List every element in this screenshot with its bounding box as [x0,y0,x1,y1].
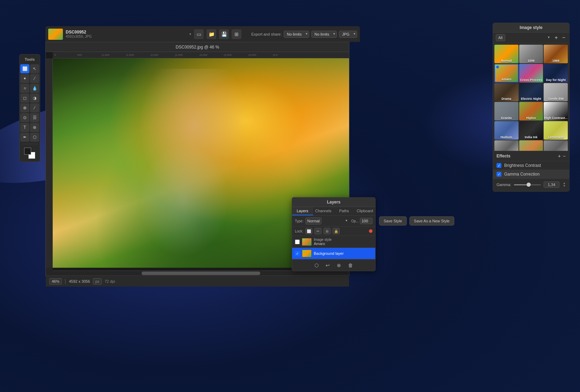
save-style-buttons: Save Style Save As a New Style [379,216,454,225]
no-limits-dropdown-2[interactable]: No limits [311,31,337,38]
pen-tool[interactable]: ∕ [30,103,39,112]
style-item-drama[interactable]: Drama [494,83,519,102]
monitor-icon[interactable]: ▭ [194,29,204,39]
tab-channels[interactable]: Channels [313,207,334,215]
style-remove-button[interactable]: − [561,35,566,41]
scrollbar-horizontal[interactable] [53,271,349,275]
color-swatches[interactable] [24,148,35,159]
ruler-mark-2500: |2,500 [175,53,183,57]
format-dropdown[interactable]: JPG [339,31,357,38]
gamma-correction-check[interactable]: ✓ [496,172,501,177]
dropper-tool[interactable]: 💧 [30,84,39,93]
file-dropdown-arrow[interactable]: ▾ [189,32,191,36]
tab-clipboard[interactable]: Clipboard [355,207,376,215]
magic-wand-tool[interactable]: ✦ [20,74,29,83]
dimension-unit[interactable]: px [93,278,102,284]
style-item-hiplov[interactable]: Hiplov [519,102,543,120]
fill-tool[interactable]: ◑ [30,94,39,103]
style-item-india-ink[interactable]: India Ink [519,121,543,140]
gamma-slider-track[interactable] [514,184,541,185]
duplicate-layer-icon[interactable]: ⊕ [335,262,342,269]
style-item-granite[interactable]: Granite [494,102,519,120]
shape-tool[interactable]: ⬡ [30,133,39,142]
style-item-amaro[interactable]: Amaro [494,64,519,82]
delete-layer-icon[interactable]: 🗑 [347,262,354,269]
style-add-button[interactable]: + [553,35,559,41]
crop-tool[interactable]: ⌗ [20,84,29,93]
layer-type-controls: Type: Normal Op... [292,216,375,227]
brightness-contrast-effect: ✓ Brightness Contrast [493,161,569,170]
layer-type-select[interactable]: Normal [305,217,321,224]
clone-tool[interactable]: ⊕ [20,103,29,112]
brightness-contrast-check[interactable]: ✓ [496,163,501,168]
tab-layers[interactable]: Layers [292,207,313,215]
gamma-arrow-down[interactable]: ▼ [563,185,566,187]
layer-item-image-style[interactable]: Image style Amaro [292,236,375,248]
ruler-mark-2000: |2,000 [151,53,158,57]
layer-visibility-image-style[interactable] [295,239,300,244]
scrollbar-thumb[interactable] [142,272,260,275]
eraser-tool[interactable]: ◻ [20,94,29,103]
layer-item-background[interactable]: ✓ Background layer [292,248,375,259]
lock-paint-icon[interactable]: ✏ [314,228,321,234]
style-panel-toolbar: All + − [493,32,569,43]
effects-add-button[interactable]: + [558,153,561,159]
share-icon[interactable]: ⊞ [232,29,241,39]
folder-icon[interactable]: 📁 [206,29,216,39]
particles-tool[interactable]: ⊛ [30,123,39,132]
new-layer-group-icon[interactable]: ⬡ [313,262,320,269]
zoom-value[interactable]: 46% [49,278,62,284]
format-select[interactable]: JPG [339,31,357,38]
tab-paths[interactable]: Paths [334,207,355,215]
gamma-value[interactable]: 1,34 [544,182,559,188]
style-filter-dropdown[interactable]: All [496,34,551,41]
style-item-cross-process[interactable]: Cross Process [519,64,543,82]
canvas-corner [46,268,53,275]
foreground-color[interactable] [24,148,31,155]
gamma-slider-knob[interactable] [527,183,531,187]
style-label-india-ink: India Ink [519,135,543,139]
hand-tool[interactable]: ☰ [30,113,39,122]
rotate-layer-icon[interactable]: ↩ [324,262,331,269]
layer-name-line2: Amaro [314,242,332,246]
layer-name-image-style: Image style Amaro [314,238,332,246]
no-limits-dropdown-1[interactable]: No limits [284,31,309,38]
style-item-high-contrast[interactable]: High Contrast... [544,102,568,120]
style-label-1969: 1969 [544,59,568,62]
style-label-gentle-bw: Gentle BW [544,97,568,101]
style-item-normal[interactable]: Normal [494,45,519,63]
layer-thumb-image-style [302,238,312,246]
layers-title: Layers [327,200,341,205]
top-bar: DSC00952 4592x3056, JPG ▾ ▭ 📁 💾 ⊞ Export… [45,26,360,42]
style-item-1006[interactable]: 1006 [519,45,543,63]
vector-pen-tool[interactable]: ✒ [20,133,29,142]
lock-pixels-icon[interactable]: ⬜ [305,228,312,234]
no-limits-select-2[interactable]: No limits [311,31,337,38]
style-item-lemonade[interactable]: Lemonade [544,121,568,140]
style-item-hudson[interactable]: Hudson [494,121,519,140]
style-item-gentle-bw[interactable]: Gentle BW [544,83,568,102]
tool-row-5: ⊕ ∕ [20,103,39,112]
brush-tool[interactable]: ∕ [30,74,39,83]
style-item-electric-night[interactable]: Electric Night [519,83,543,102]
save-as-new-style-button[interactable]: Save As a New Style [409,216,454,225]
text-tool[interactable]: T [20,123,29,132]
move-tool[interactable]: ↖ [30,64,39,73]
style-item-day-for-night[interactable]: Day for Night [544,64,568,82]
lock-move-icon[interactable]: ⊞ [324,228,331,234]
image-style-title: Image style [520,25,542,30]
zoom-tool[interactable]: ⊙ [20,113,29,122]
style-item-1969[interactable]: 1969 [544,45,568,63]
effects-remove-button[interactable]: − [563,153,566,159]
top-bar-icons: ▭ 📁 💾 ⊞ [194,29,241,39]
layer-visibility-background[interactable]: ✓ [295,251,300,256]
layer-opacity-input[interactable] [360,218,372,224]
rect-select-tool[interactable]: ⬜ [20,64,29,73]
no-limits-select-1[interactable]: No limits [284,31,309,38]
layer-type-dropdown[interactable]: Normal [305,217,349,224]
style-filter-select[interactable]: All [496,34,505,41]
save-icon[interactable]: 💾 [219,29,229,39]
save-style-button[interactable]: Save Style [379,216,407,225]
lock-all-icon[interactable]: 🔒 [333,228,340,234]
gamma-slider[interactable] [514,184,541,185]
